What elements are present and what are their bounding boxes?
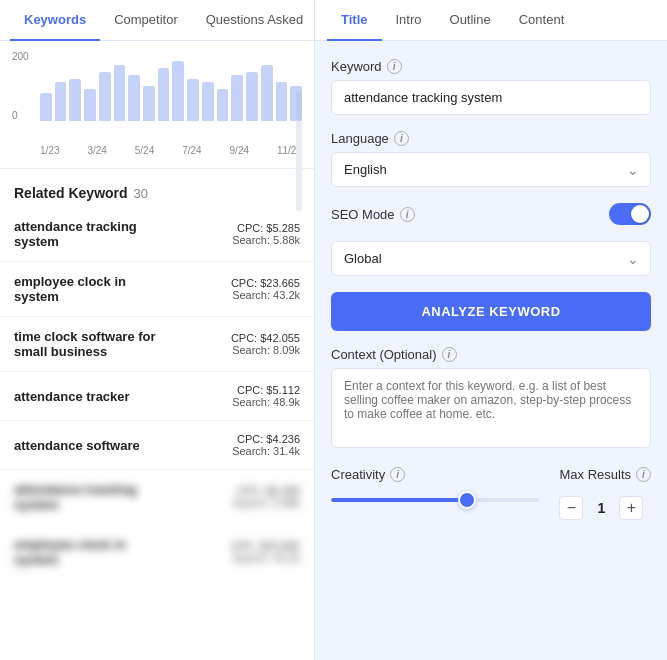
keyword-cpc: CPC: $23.665 — [231, 540, 300, 552]
global-select-wrap: Global United States United Kingdom Cana… — [331, 241, 651, 276]
tab-content[interactable]: Content — [505, 0, 579, 41]
keyword-cpc: CPC: $5.112 — [232, 384, 300, 396]
keyword-cpc: CPC: $23.665 — [231, 277, 300, 289]
keyword-item-name: attendance software — [14, 438, 140, 453]
list-item[interactable]: attendance tracking systemCPC: $5.285Sea… — [0, 470, 314, 525]
tab-intro[interactable]: Intro — [382, 0, 436, 41]
list-item[interactable]: employee clock in systemCPC: $23.665Sear… — [0, 262, 314, 317]
chart-bar — [187, 79, 199, 121]
chart-bar — [114, 65, 126, 121]
keyword-input[interactable] — [331, 80, 651, 115]
analyze-keyword-button[interactable]: ANALYZE KEYWORD — [331, 292, 651, 331]
chart-x-label: 3/24 — [87, 145, 106, 156]
keyword-item-stats: CPC: $42.055Search: 8.09k — [231, 332, 300, 356]
bottom-row: Creativity i Max Results i − 1 — [331, 467, 651, 520]
chart-bar — [143, 86, 155, 121]
slider-track — [331, 498, 539, 502]
right-tabs: Title Intro Outline Content — [315, 0, 667, 41]
keyword-search: Search: 31.4k — [232, 445, 300, 457]
keyword-cpc: CPC: $5.285 — [232, 485, 300, 497]
seo-mode-group: SEO Mode i — [331, 203, 651, 225]
chart-y-labels: 200 0 — [12, 51, 29, 121]
creativity-section: Creativity i — [331, 467, 539, 510]
creativity-info-icon: i — [390, 467, 405, 482]
left-tabs: Keywords Competitor Questions Asked — [0, 0, 314, 41]
language-field-group: Language i English Spanish French German… — [331, 131, 651, 187]
list-item[interactable]: time clock software for small businessCP… — [0, 317, 314, 372]
tab-questions-asked[interactable]: Questions Asked — [192, 0, 315, 41]
language-select[interactable]: English Spanish French German Italian — [331, 152, 651, 187]
language-label: Language i — [331, 131, 651, 146]
list-item[interactable]: attendance tracking systemCPC: $5.285Sea… — [0, 207, 314, 262]
chart-bar — [276, 82, 288, 121]
seo-mode-row: SEO Mode i — [331, 203, 651, 225]
list-item[interactable]: employee clock in systemCPC: $23.665Sear… — [0, 525, 314, 580]
tab-competitor[interactable]: Competitor — [100, 0, 192, 41]
max-results-section: Max Results i − 1 + — [559, 467, 651, 520]
keyword-info-icon: i — [387, 59, 402, 74]
chart-area: 200 0 1/233/245/247/249/2411/24 — [0, 41, 314, 162]
keyword-search: Search: 5.88k — [232, 234, 300, 246]
creativity-slider[interactable] — [331, 490, 539, 510]
tab-title[interactable]: Title — [327, 0, 382, 41]
stepper-row: − 1 + — [559, 496, 643, 520]
chart-bar — [40, 93, 52, 121]
toggle-knob — [631, 205, 649, 223]
stepper-value: 1 — [591, 500, 611, 516]
context-field-group: Context (Optional) i — [331, 347, 651, 451]
chart-y-top: 200 — [12, 51, 29, 62]
language-select-wrap: English Spanish French German Italian ⌄ — [331, 152, 651, 187]
tab-keywords[interactable]: Keywords — [10, 0, 100, 41]
global-select[interactable]: Global United States United Kingdom Cana… — [331, 241, 651, 276]
keyword-item-stats: CPC: $23.665Search: 43.2k — [231, 277, 300, 301]
chart-x-labels: 1/233/245/247/249/2411/24 — [40, 145, 302, 156]
keyword-item-name: time clock software for small business — [14, 329, 174, 359]
keyword-list: attendance tracking systemCPC: $5.285Sea… — [0, 207, 314, 660]
chart-y-bottom: 0 — [12, 110, 29, 121]
chart-bar — [202, 82, 214, 121]
chart-bar — [84, 89, 96, 121]
keyword-search: Search: 48.9k — [232, 396, 300, 408]
chart-x-label: 1/23 — [40, 145, 59, 156]
keyword-cpc: CPC: $5.285 — [232, 222, 300, 234]
related-header: Related Keyword 30 — [0, 175, 314, 207]
list-item[interactable]: attendance softwareCPC: $4.236Search: 31… — [0, 421, 314, 470]
stepper-decrement[interactable]: − — [559, 496, 583, 520]
keyword-item-stats: CPC: $23.665Search: 43.2k — [231, 540, 300, 564]
seo-mode-toggle[interactable] — [609, 203, 651, 225]
keyword-item-stats: CPC: $4.236Search: 31.4k — [232, 433, 300, 457]
chart-bar — [128, 75, 140, 121]
keyword-search: Search: 5.88k — [232, 497, 300, 509]
keyword-search: Search: 8.09k — [231, 344, 300, 356]
max-results-label: Max Results i — [559, 467, 651, 482]
context-info-icon: i — [442, 347, 457, 362]
list-item[interactable]: attendance trackerCPC: $5.112Search: 48.… — [0, 372, 314, 421]
chart-x-label: 5/24 — [135, 145, 154, 156]
keyword-search: Search: 43.2k — [231, 289, 300, 301]
chart-bar — [261, 65, 273, 121]
keyword-item-name: attendance tracking system — [14, 219, 174, 249]
keyword-label: Keyword i — [331, 59, 651, 74]
chart-bars — [40, 51, 302, 121]
chart-bar — [158, 68, 170, 121]
slider-thumb[interactable] — [458, 491, 476, 509]
keyword-field-group: Keyword i — [331, 59, 651, 115]
keyword-item-stats: CPC: $5.112Search: 48.9k — [232, 384, 300, 408]
chart-scrollbar-thumb[interactable] — [296, 91, 302, 121]
creativity-label: Creativity i — [331, 467, 539, 482]
divider-1 — [0, 168, 314, 169]
stepper-increment[interactable]: + — [619, 496, 643, 520]
chart-x-label: 9/24 — [230, 145, 249, 156]
left-panel: Keywords Competitor Questions Asked 200 … — [0, 0, 315, 660]
keyword-cpc: CPC: $4.236 — [232, 433, 300, 445]
max-results-info-icon: i — [636, 467, 651, 482]
right-panel: Title Intro Outline Content Keyword i La… — [315, 0, 667, 660]
context-textarea[interactable] — [331, 368, 651, 448]
tab-outline[interactable]: Outline — [436, 0, 505, 41]
context-label: Context (Optional) i — [331, 347, 651, 362]
keyword-search: Search: 43.2k — [231, 552, 300, 564]
keyword-item-name: employee clock in system — [14, 274, 174, 304]
keyword-cpc: CPC: $42.055 — [231, 332, 300, 344]
chart-bar — [172, 61, 184, 121]
chart-scrollbar[interactable] — [296, 91, 302, 211]
